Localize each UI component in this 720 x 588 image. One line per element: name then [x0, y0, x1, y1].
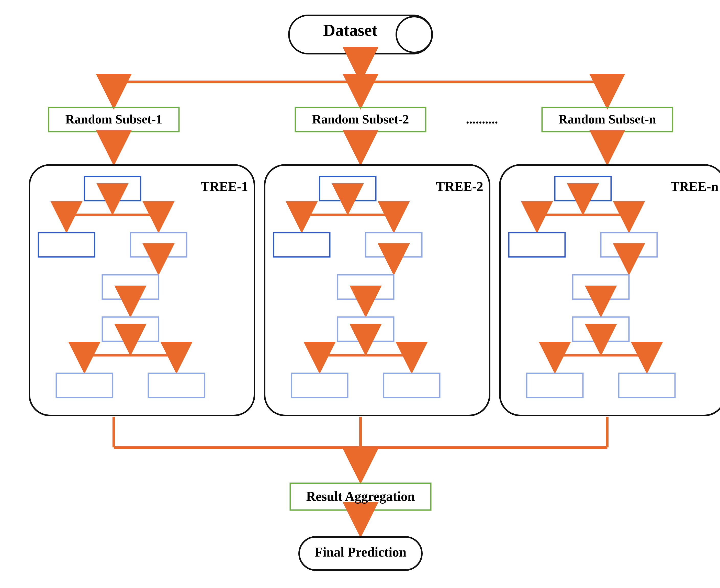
final-pred-label: Final Prediction	[299, 545, 422, 560]
tree-2-label: TREE-2	[389, 179, 483, 194]
svg-rect-18	[148, 373, 205, 398]
tree-panel-n	[500, 165, 720, 416]
dataset-label: Dataset	[299, 20, 401, 40]
tree-n-label: TREE-n	[624, 179, 718, 194]
svg-rect-12	[102, 317, 158, 341]
subset-n-label: Random Subset-n	[542, 112, 673, 127]
tree-1-label: TREE-1	[153, 179, 248, 194]
svg-rect-2	[84, 176, 141, 201]
tree-panel-2	[264, 165, 490, 416]
subset-1-label: Random Subset-1	[48, 112, 179, 127]
svg-rect-8	[130, 233, 187, 257]
ellipsis-label: ..........	[440, 112, 524, 127]
svg-rect-7	[38, 233, 94, 257]
result-agg-label: Result Aggregation	[290, 489, 431, 504]
decision-tree	[38, 176, 205, 398]
subset-2-label: Random Subset-2	[295, 112, 426, 127]
tree-panel-1	[29, 165, 254, 416]
svg-point-1	[396, 17, 432, 52]
svg-rect-17	[56, 373, 112, 398]
svg-rect-10	[102, 275, 158, 299]
